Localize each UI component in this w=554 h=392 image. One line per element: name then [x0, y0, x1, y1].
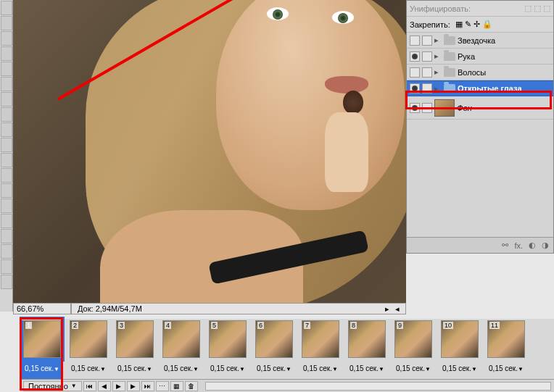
frame-delay[interactable]: 0,15 сек.▼ [70, 364, 107, 373]
fx-icon[interactable]: fx. [514, 241, 523, 250]
frame-thumbnail: 2 [70, 320, 107, 358]
tool-button[interactable] [1, 92, 12, 107]
frame-number: 4 [165, 322, 171, 329]
frame-number: 9 [397, 322, 403, 329]
last-frame-button[interactable]: ⏭ [141, 381, 154, 391]
frame-number: 3 [118, 322, 125, 329]
first-frame-button[interactable]: ⏮ [83, 381, 96, 391]
layer-link-slot[interactable] [422, 103, 432, 113]
layer-row[interactable]: ▸ Звездочка [407, 33, 553, 49]
frame-thumbnail: 10 [441, 320, 479, 358]
frame-number: 7 [304, 322, 310, 329]
expand-arrow-icon[interactable]: ▸ [434, 67, 442, 77]
lock-position-icon[interactable]: ✢ [474, 20, 480, 29]
next-frame-button[interactable]: ▶ [127, 381, 140, 391]
tool-button[interactable] [1, 1, 12, 15]
layer-name[interactable]: Волосы [458, 68, 486, 77]
frame-thumbnail: 11 [487, 320, 525, 358]
expand-arrow-icon[interactable]: ▸ [434, 36, 442, 45]
tool-button[interactable] [1, 244, 12, 259]
lock-all-icon[interactable]: 🔒 [482, 20, 492, 29]
tool-button[interactable] [1, 259, 12, 274]
frame-delay[interactable]: 0,15 сек.▼ [116, 364, 154, 373]
frame-delay[interactable]: 0,15 сек.▼ [348, 364, 386, 373]
tool-button[interactable] [1, 168, 12, 183]
visibility-toggle[interactable] [410, 51, 420, 62]
loop-mode-dropdown[interactable]: Постоянно ▼ [23, 381, 82, 391]
prev-frame-button[interactable]: ◀ [98, 381, 111, 391]
layer-row[interactable]: ▸ Открытые глаза [407, 80, 553, 96]
tool-button[interactable] [1, 107, 12, 122]
unify-icon[interactable]: ⬚ [524, 4, 532, 13]
frame-delay[interactable]: 0,15 сек.▼ [162, 364, 200, 373]
expand-arrow-icon[interactable]: ▸ [434, 84, 442, 93]
frame-number: 8 [350, 322, 357, 329]
canvas[interactable] [13, 0, 406, 303]
tool-button[interactable] [1, 46, 12, 61]
frame-delay[interactable]: 0,15 сек.▼ [394, 364, 432, 373]
layer-name[interactable]: Рука [458, 52, 475, 61]
delete-frame-button[interactable]: 🗑 [185, 381, 198, 391]
tool-button[interactable] [1, 199, 12, 213]
frame-delay[interactable]: 0,15 сек.▼ [302, 364, 339, 373]
layer-link-slot[interactable] [422, 36, 432, 46]
frame-delay[interactable]: 0,15 сек.▼ [209, 364, 247, 373]
tool-button[interactable] [1, 77, 12, 91]
layer-row[interactable]: Фон [407, 96, 553, 120]
layer-name[interactable]: Открытые глаза [458, 84, 522, 93]
frame-thumbnail: 4 [162, 320, 200, 358]
layer-thumbnail [434, 99, 455, 117]
frame-delay[interactable]: 0,15 сек.▼ [255, 364, 293, 373]
frame-delay[interactable]: 0,15 сек.▼ [487, 364, 525, 373]
visibility-toggle[interactable] [410, 67, 420, 78]
unify-icon[interactable]: ⬚ [534, 4, 541, 13]
tool-button[interactable] [1, 122, 12, 137]
frame-thumbnail: 5 [209, 320, 247, 358]
frame-number: 10 [443, 322, 453, 329]
layer-link-slot[interactable] [422, 67, 432, 78]
tool-button[interactable] [1, 183, 12, 198]
tool-button[interactable] [1, 31, 12, 46]
portrait-image [13, 0, 406, 303]
mask-icon[interactable]: ◐ [529, 241, 536, 250]
layer-link-slot[interactable] [422, 51, 432, 62]
visibility-toggle[interactable] [410, 36, 420, 46]
frame-number: 1 [25, 322, 32, 329]
tween-button[interactable]: ⋯ [156, 381, 169, 391]
chevron-right-icon[interactable]: ▸ [385, 304, 389, 314]
layer-row[interactable]: ▸ Рука [407, 49, 553, 64]
tool-button[interactable] [1, 214, 12, 228]
scroll-left-icon[interactable]: ◂ [395, 304, 400, 314]
tool-button[interactable] [1, 16, 12, 30]
adjustment-icon[interactable]: ◑ [542, 241, 549, 250]
frame-delay[interactable]: 0,15 сек.▼ [441, 364, 479, 373]
lock-brush-icon[interactable]: ✎ [465, 20, 471, 29]
frame-delay[interactable]: 0,15 сек.▼ [23, 364, 61, 373]
frame-thumbnail: 7 [302, 320, 339, 358]
lock-transparency-icon[interactable]: ▦ [455, 20, 463, 29]
tool-button[interactable] [1, 62, 12, 76]
tool-button[interactable] [1, 153, 12, 167]
zoom-level[interactable]: 66,67% [13, 303, 71, 314]
tool-button[interactable] [1, 229, 12, 243]
lock-row: Закрепить: ▦ ✎ ✢ 🔒 [407, 17, 553, 33]
new-frame-button[interactable]: ▦ [170, 381, 183, 391]
visibility-toggle[interactable] [410, 83, 420, 93]
timeline-scrollbar[interactable] [205, 382, 551, 391]
expand-arrow-icon[interactable]: ▸ [434, 51, 442, 61]
layer-name[interactable]: Фон [457, 104, 472, 112]
folder-icon [444, 84, 455, 93]
document-info: Док: 2,94M/54,7M ▸ ◂ [71, 303, 406, 314]
link-icon[interactable]: ⚯ [502, 241, 508, 250]
unify-icon[interactable]: ⬚ [543, 4, 550, 13]
visibility-toggle[interactable] [410, 103, 420, 113]
layer-row[interactable]: ▸ Волосы [407, 64, 553, 80]
frame-thumbnail: 8 [348, 320, 386, 358]
layer-name[interactable]: Звездочка [458, 36, 495, 45]
folder-icon [444, 36, 455, 45]
play-button[interactable]: ▶ [112, 381, 125, 391]
layer-link-slot[interactable] [422, 83, 432, 93]
tool-button[interactable] [1, 138, 12, 152]
tool-button[interactable] [1, 275, 12, 289]
chevron-down-icon: ▼ [71, 383, 77, 389]
